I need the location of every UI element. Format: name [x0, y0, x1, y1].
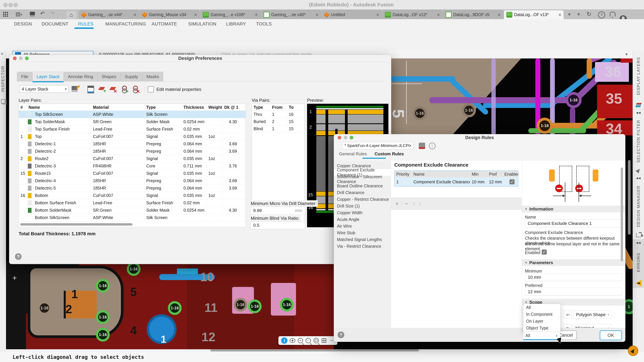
info-icon[interactable]: i [429, 143, 436, 149]
display-layers-tab[interactable]: DISPLAY LAYERS [633, 55, 644, 109]
micro-via-input[interactable]: 9.99 mm [250, 207, 305, 214]
table-row[interactable]: Bottom Surface FinishLead-FreeSurface Fi… [19, 199, 246, 207]
zoom-fit-icon[interactable] [313, 338, 319, 344]
information-section-header[interactable]: ▾Information [522, 206, 626, 212]
move-down-button[interactable]: ↓ [419, 201, 421, 206]
table-row[interactable]: Bottom SilkScreenASP:WhiteSilk Screen [19, 214, 246, 221]
operator-select[interactable]: =▾ [564, 311, 572, 319]
menu-item-on-layer[interactable]: On Layer [524, 318, 560, 325]
save-stack-icon[interactable] [72, 86, 78, 92]
rule-enabled-checkbox[interactable]: ✓ [542, 250, 547, 255]
close-icon[interactable]: × [558, 12, 561, 17]
window-close-button[interactable] [3, 3, 8, 7]
zoom-out-icon[interactable]: − [306, 338, 311, 344]
dialog-titlebar[interactable]: Design Preferences [9, 55, 391, 62]
rule-item[interactable]: Via - Restrict Clearance [334, 243, 391, 250]
table-row[interactable]: Dielectric-3FR408HRCore0.711 mm3.76 [19, 162, 246, 170]
tab-custom-rules-active[interactable]: Custom Rules [372, 151, 406, 157]
table-row[interactable]: Top Surface FinishLead-FreeSurface Finis… [19, 125, 246, 133]
rule-name-input[interactable]: Component Exclude Clearance 1 [525, 219, 622, 227]
inspector-tab[interactable]: INSPECTOR [0, 66, 5, 92]
blind-via-ratio-input[interactable]: 0.5 [250, 221, 305, 229]
edit-material-checkbox[interactable] [148, 86, 154, 92]
close-icon[interactable]: × [194, 12, 197, 17]
add-via-icon[interactable]: + [121, 86, 128, 93]
undo-icon[interactable]: ↶ [40, 10, 45, 17]
tab-gaming-se-v44[interactable]: Gaming_...se v44* × [79, 10, 139, 19]
dialog-zoom-button[interactable] [350, 136, 353, 139]
panel-scrollbar[interactable] [621, 167, 623, 261]
grid-settings-icon[interactable] [321, 338, 327, 344]
collapse-panel-icon[interactable]: ◀◀ [636, 241, 641, 244]
window-minimize-button[interactable] [8, 3, 13, 7]
table-row[interactable]: Dielectric-1185HRPrepreg0.064 mm3.69 [19, 140, 246, 148]
tab-overflow-chevron-icon[interactable]: ▾ [568, 12, 570, 17]
menu-automate[interactable]: AUTOMATE [152, 21, 177, 27]
home-icon[interactable]: ⌂ [66, 11, 76, 19]
dialog-minimize-button[interactable] [19, 56, 23, 60]
tab-shapes[interactable]: Shapes [98, 72, 120, 81]
rule-preset-select[interactable]: * SparkFun-4-Layer-Minimum-JLCPCB * ▾ [342, 142, 414, 149]
rule-item[interactable]: Soldermask - Silkscreen Clearance [334, 176, 391, 183]
collapse-panel-icon[interactable]: ◀◀ [636, 176, 641, 180]
table-row[interactable]: Dielectric-4185HRPrepreg0.064 mm3.69 [19, 177, 246, 185]
add-layer-icon[interactable]: + [99, 86, 106, 93]
tab-layer-stack-active[interactable]: Layer Stack [32, 72, 64, 81]
dialog-close-button[interactable] [338, 136, 341, 139]
table-row[interactable]: Top SolderMaskSR:GreenSolder Mask0.0254 … [19, 118, 246, 125]
rule-item[interactable]: Matched Signal Lengths [334, 236, 391, 243]
parameters-section-header[interactable]: ▾Parameters [522, 259, 626, 266]
scope-select-open[interactable]: All ▲ [523, 332, 560, 340]
edit-material-checkbox-row[interactable]: Edit material properties [148, 86, 201, 92]
expand-panel-icon[interactable]: » [1, 51, 3, 56]
tab-masks[interactable]: Masks [142, 72, 163, 81]
app-grid-icon[interactable] [3, 11, 8, 17]
redo-icon[interactable]: ↷ [50, 10, 55, 17]
tab-untitled[interactable]: Untitled × [322, 10, 382, 19]
delete-via-icon[interactable]: ✕ [132, 86, 139, 93]
visibility-eye-icon[interactable] [290, 338, 295, 344]
tab-datalog-of-v12[interactable]: DataLog...OF v12* × [382, 10, 442, 19]
rule-item[interactable]: Copper Width [334, 209, 391, 216]
collapse-panel-icon[interactable]: ◀◀ [636, 111, 641, 114]
horizontal-scrollbar[interactable] [210, 349, 419, 352]
canvas-notification-badge[interactable] [628, 346, 638, 356]
rule-item[interactable]: Drill Clearance [334, 189, 391, 196]
tab-annular-ring[interactable]: Annular Ring [64, 72, 97, 81]
add-rule-button[interactable]: + [395, 200, 399, 207]
vertical-scrollbar[interactable] [628, 160, 630, 235]
layer-pairs-table[interactable]: # Name Material Type Thickness Weight Dk… [18, 104, 246, 227]
shape-value-select[interactable]: Solid Polygon Shape ▾ [573, 311, 611, 319]
dialog-zoom-button[interactable] [25, 56, 29, 60]
table-row[interactable]: 15Route15CuFoil:007Signal0.035 mm1oz [19, 170, 246, 177]
menu-tools[interactable]: TOOLS [256, 21, 272, 27]
job-status-icon[interactable]: ↻ [587, 11, 592, 17]
tab-general-rules[interactable]: General Rules [336, 151, 369, 157]
table-row[interactable]: 1TopCuFoil:007Signal0.035 mm1oz [19, 133, 246, 140]
errors-tab[interactable]: ◀◀ ERRORS [633, 239, 644, 288]
file-menu-icon[interactable]: ▤▾ [16, 11, 22, 17]
enabled-checkbox[interactable]: ✓ [510, 179, 514, 184]
help-icon[interactable]: ? [15, 253, 22, 260]
menu-manufacturing[interactable]: MANUFACTURING [105, 21, 146, 27]
stack-properties-icon[interactable] [88, 86, 94, 93]
close-icon[interactable]: × [316, 12, 318, 17]
menu-library[interactable]: LIBRARY [226, 21, 246, 27]
close-icon[interactable]: × [498, 12, 500, 17]
tab-gaming-se-v40[interactable]: Gaming_...se v40* × [261, 10, 321, 19]
rule-item[interactable]: Board Outline Clearance [334, 183, 391, 189]
table-row[interactable]: Buried215 [252, 118, 304, 125]
dialog-close-button[interactable] [13, 56, 16, 60]
dialog-titlebar[interactable]: Design Rules [334, 134, 625, 141]
dialog-minimize-button[interactable] [344, 136, 347, 139]
minimum-input[interactable]: 10 mm [525, 273, 622, 281]
table-horizontal-scrollbar[interactable] [20, 223, 132, 226]
help-icon[interactable]: ? [338, 332, 344, 338]
table-row-selected[interactable]: 1 Component Exclude Clearance 1 10 mm 12… [394, 177, 518, 186]
tab-supply[interactable]: Supply [120, 72, 142, 81]
menu-item-object-type[interactable]: Object Type [524, 325, 560, 332]
table-row[interactable]: Bottom SolderMaskSR:GreenSolder Mask0.02… [19, 207, 246, 214]
command-bar-chevron-icon[interactable]: ▾ [626, 52, 628, 57]
notification-bell-icon[interactable] [610, 12, 616, 16]
menu-design[interactable]: DESIGN [14, 21, 32, 27]
